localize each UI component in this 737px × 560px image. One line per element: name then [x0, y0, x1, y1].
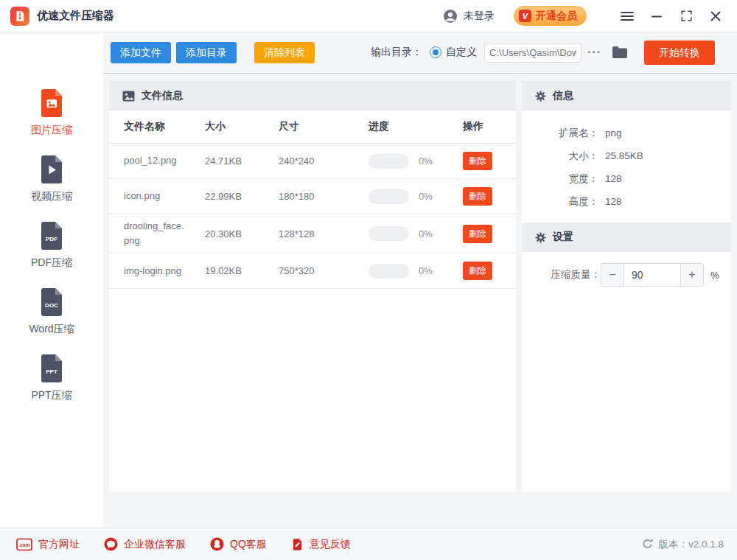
file-size: 24.71KB: [205, 155, 279, 167]
file-dims: 240*240: [279, 155, 368, 167]
feedback-link[interactable]: 意见反馈: [291, 538, 351, 551]
file-dims: 180*180: [279, 191, 368, 202]
col-dims: 尺寸: [279, 120, 368, 133]
file-size: 19.02KB: [205, 265, 279, 276]
info-label-ext: 扩展名：: [522, 127, 598, 140]
file-dims: 750*320: [279, 265, 368, 276]
file-name: pool_12.png: [124, 149, 205, 172]
qq-support-label: QQ客服: [230, 538, 267, 551]
login-status: 未登录: [464, 10, 495, 23]
app-logo-icon: [10, 7, 29, 26]
dotcom-icon: .com: [16, 538, 32, 551]
sidebar-item-video-compress[interactable]: 视频压缩: [0, 155, 103, 203]
image-info-icon: [122, 91, 135, 102]
sidebar-item-pdf-compress[interactable]: PDF PDF压缩: [0, 221, 103, 270]
sidebar-item-label: PDF压缩: [0, 256, 103, 270]
delete-button[interactable]: 删除: [463, 262, 492, 280]
sidebar-item-label: 图片压缩: [0, 124, 103, 137]
info-fields: 扩展名：png 大小：25.85KB 宽度：128 高度：128: [522, 111, 731, 223]
vip-label: 开通会员: [536, 10, 577, 23]
quality-input[interactable]: [624, 264, 681, 286]
start-convert-button[interactable]: 开始转换: [644, 41, 715, 65]
quality-plus-button[interactable]: +: [681, 264, 703, 286]
file-size: 22.99KB: [205, 191, 279, 202]
info-value-ext: png: [605, 127, 622, 139]
login-button[interactable]: 未登录: [443, 9, 495, 24]
table-header: 文件名称 大小 尺寸 进度 操作: [109, 111, 516, 144]
output-dir-group: 输出目录： 自定义 ··· 开始转换: [371, 41, 715, 65]
feedback-icon: [291, 538, 304, 551]
delete-button[interactable]: 删除: [463, 225, 492, 243]
file-dims: 128*128: [279, 228, 368, 239]
file-panel-header: 文件信息: [109, 81, 516, 111]
quality-minus-button[interactable]: −: [601, 264, 624, 286]
custom-radio[interactable]: [430, 46, 441, 58]
version-box: 版本：v2.0.1.8: [642, 538, 724, 551]
file-info-panel: 文件信息 文件名称 大小 尺寸 进度 操作 pool_12.png 24.71K…: [109, 81, 516, 492]
quality-label: 压缩质量：: [522, 268, 601, 281]
folder-icon[interactable]: [612, 46, 628, 59]
sidebar-item-word-compress[interactable]: DOC Word压缩: [0, 287, 103, 336]
sidebar-item-image-compress[interactable]: 图片压缩: [0, 88, 103, 137]
quality-stepper: − +: [601, 263, 704, 287]
col-progress: 进度: [368, 120, 463, 133]
titlebar-right: 未登录 V 开通会员: [443, 6, 724, 26]
wechat-support-label: 企业微信客服: [124, 538, 186, 551]
vip-upgrade-button[interactable]: V 开通会员: [514, 6, 587, 26]
info-label-width: 宽度：: [522, 172, 598, 186]
info-value-width: 128: [605, 173, 622, 184]
version-label: 版本：v2.0.1.8: [658, 538, 724, 551]
toolbar: 添加文件 添加目录 清除列表 输出目录： 自定义 ··· 开始转换: [103, 32, 737, 74]
app-title: 优速文件压缩器: [37, 9, 114, 23]
info-label-size: 大小：: [522, 150, 598, 163]
info-panel-title: 信息: [553, 89, 573, 102]
minimize-icon[interactable]: [649, 8, 665, 24]
progress-text: 0%: [419, 155, 433, 167]
qq-icon: [210, 537, 224, 551]
delete-button[interactable]: 删除: [463, 187, 492, 206]
qq-support-link[interactable]: QQ客服: [210, 537, 267, 551]
maximize-icon[interactable]: [678, 8, 694, 24]
progress-text: 0%: [419, 265, 433, 276]
add-file-button[interactable]: 添加文件: [111, 42, 171, 63]
check-update-icon[interactable]: [642, 539, 653, 550]
col-file-name: 文件名称: [124, 120, 205, 133]
app-identity: 优速文件压缩器: [10, 7, 114, 26]
ppt-file-icon: PPT: [0, 354, 103, 383]
image-file-icon: [0, 88, 103, 118]
table-row: drooling_face.png 20.30KB 128*128 0% 删除: [109, 214, 516, 253]
delete-button[interactable]: 删除: [463, 152, 492, 170]
pdf-file-icon: PDF: [0, 221, 103, 251]
window-controls: [606, 8, 724, 24]
info-panel-header: 信息: [522, 81, 731, 111]
progress-bar: [368, 189, 409, 204]
doc-file-icon: DOC: [0, 287, 103, 317]
file-panel-title: 文件信息: [142, 89, 183, 102]
col-size: 大小: [205, 120, 279, 133]
output-dir-label: 输出目录：: [371, 46, 422, 59]
official-site-link[interactable]: .com 官方网址: [16, 538, 80, 551]
close-icon[interactable]: [708, 8, 724, 24]
menu-icon[interactable]: [619, 8, 635, 24]
video-file-icon: [0, 155, 103, 184]
info-value-height: 128: [605, 196, 622, 207]
sidebar-item-ppt-compress[interactable]: PPT PPT压缩: [0, 354, 103, 402]
browse-more-button[interactable]: ···: [587, 46, 601, 59]
progress-bar: [368, 154, 409, 169]
footer: .com 官方网址 企业微信客服 QQ客服: [0, 528, 737, 560]
output-path-input[interactable]: [484, 43, 581, 63]
sidebar-item-label: PPT压缩: [0, 389, 103, 402]
main-area: 图片压缩 视频压缩 PDF: [0, 32, 737, 528]
add-directory-button[interactable]: 添加目录: [176, 42, 237, 63]
svg-text:PPT: PPT: [46, 368, 57, 375]
gear-icon: [535, 232, 546, 243]
table-row: pool_12.png 24.71KB 240*240 0% 删除: [109, 144, 516, 179]
file-size: 20.30KB: [205, 228, 279, 239]
sidebar: 图片压缩 视频压缩 PDF: [0, 32, 103, 528]
gear-icon: [535, 91, 546, 102]
wechat-icon: [104, 537, 118, 551]
clear-list-button[interactable]: 清除列表: [254, 42, 315, 63]
side-info-panel: 信息 扩展名：png 大小：25.85KB 宽度：128 高度：128: [522, 81, 731, 492]
content-area: 添加文件 添加目录 清除列表 输出目录： 自定义 ··· 开始转换: [103, 32, 737, 528]
wechat-support-link[interactable]: 企业微信客服: [104, 537, 186, 551]
